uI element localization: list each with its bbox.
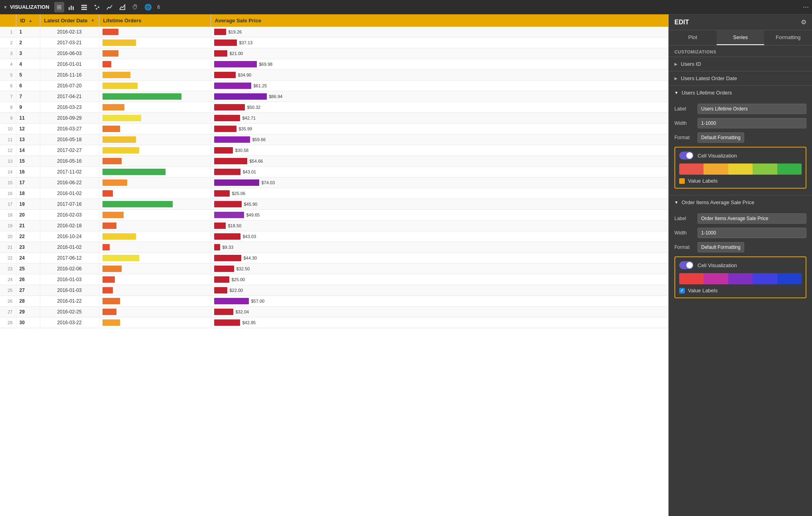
row-num-cell: 14 bbox=[0, 167, 16, 177]
table-row: 6 6 2016-07-20 $61.25 bbox=[0, 81, 668, 91]
avg-sale-price-cell-viz-box: Cell Visualization ✓ Value Labels bbox=[674, 256, 806, 298]
list-icon[interactable] bbox=[79, 2, 90, 12]
row-num-cell: 2 bbox=[0, 37, 16, 48]
avg-sale-price-value-labels-checkbox[interactable]: ✓ bbox=[679, 288, 685, 293]
date-cell: 2016-02-18 bbox=[40, 221, 99, 231]
date-cell: 2016-11-16 bbox=[40, 70, 99, 81]
avg-sale-price-toggle[interactable] bbox=[679, 261, 694, 269]
svg-rect-4 bbox=[81, 7, 87, 8]
avg-sale-price-color-bar[interactable] bbox=[679, 273, 802, 284]
more-options-icon[interactable]: ··· bbox=[803, 3, 809, 11]
avg-price-width-field-label: Width bbox=[674, 230, 694, 236]
accordion-content-lifetime-orders: Label Width Format Default Formatting bbox=[669, 100, 812, 195]
row-num-cell: 8 bbox=[0, 102, 16, 113]
lifetime-orders-value-labels-checkbox[interactable] bbox=[679, 178, 685, 184]
orders-bar-cell bbox=[99, 264, 211, 274]
date-cell: 2016-03-27 bbox=[40, 124, 99, 134]
chevron-right-icon: ▶ bbox=[674, 62, 678, 66]
avg-sale-price-cell-viz-label: Cell Visualization bbox=[698, 262, 737, 268]
table-row: 14 16 2017-11-02 $43.01 bbox=[0, 167, 668, 177]
table-row: 25 27 2016-01-03 $22.00 bbox=[0, 285, 668, 296]
tab-formatting[interactable]: Formatting bbox=[764, 30, 812, 45]
id-cell: 11 bbox=[16, 113, 40, 124]
orders-bar-cell bbox=[99, 124, 211, 134]
area-chart-icon[interactable] bbox=[117, 2, 128, 12]
lifetime-orders-format-select[interactable]: Default Formatting bbox=[698, 132, 744, 143]
orders-bar-cell bbox=[99, 81, 211, 91]
date-cell: 2016-01-03 bbox=[40, 274, 99, 285]
row-num-cell: 17 bbox=[0, 199, 16, 210]
orders-column-header[interactable]: Lifetime Orders bbox=[99, 14, 211, 27]
accordion-header-latest-order-date[interactable]: ▶ Users Latest Order Date bbox=[669, 71, 812, 85]
table-row: 12 14 2017-02-27 $30.58 bbox=[0, 145, 668, 156]
svg-rect-5 bbox=[81, 9, 87, 10]
svg-point-8 bbox=[96, 8, 97, 10]
row-num-cell: 1 bbox=[0, 27, 16, 37]
price-cell: $35.99 bbox=[211, 124, 668, 134]
scatter-icon[interactable] bbox=[91, 2, 102, 12]
table-row: 23 25 2016-02-06 $32.50 bbox=[0, 264, 668, 274]
avg-sale-price-label-input[interactable] bbox=[698, 213, 806, 224]
date-cell: 2016-01-22 bbox=[40, 296, 99, 307]
date-cell: 2017-11-02 bbox=[40, 167, 99, 177]
lifetime-orders-cell-viz-label: Cell Visualization bbox=[698, 153, 737, 159]
accordion-header-users-id[interactable]: ▶ Users ID bbox=[669, 57, 812, 71]
id-cell: 17 bbox=[16, 177, 40, 188]
id-cell: 12 bbox=[16, 124, 40, 134]
avg-sale-price-format-select[interactable]: Default Formatting bbox=[698, 242, 744, 252]
date-cell: 2016-03-23 bbox=[40, 102, 99, 113]
id-cell: 22 bbox=[16, 231, 40, 242]
id-cell: 1 bbox=[16, 27, 40, 37]
avg-sale-price-width-input[interactable] bbox=[698, 228, 806, 238]
orders-bar-cell bbox=[99, 188, 211, 199]
number-icon[interactable]: 6 bbox=[156, 2, 162, 12]
accordion-header-lifetime-orders[interactable]: ▼ Users Lifetime Orders bbox=[669, 86, 812, 100]
panel-header: EDIT ⚙ bbox=[669, 14, 812, 30]
orders-bar-cell bbox=[99, 156, 211, 167]
row-num-cell: 5 bbox=[0, 70, 16, 81]
bar-chart-icon[interactable] bbox=[66, 2, 77, 12]
row-num-cell: 9 bbox=[0, 113, 16, 124]
lifetime-orders-width-input[interactable] bbox=[698, 118, 806, 128]
id-column-header[interactable]: ID ▲ bbox=[16, 14, 40, 27]
avg-price-format-field-label: Format bbox=[674, 244, 694, 250]
clock-icon[interactable]: ⏱ bbox=[130, 2, 140, 12]
data-table-area[interactable]: ID ▲ Latest Order Date ▼ Lifetime Orders bbox=[0, 14, 668, 516]
row-num-cell: 15 bbox=[0, 177, 16, 188]
price-cell: $32.04 bbox=[211, 307, 668, 317]
id-cell: 28 bbox=[16, 296, 40, 307]
price-cell: $19.26 bbox=[211, 27, 668, 37]
lifetime-orders-toggle[interactable] bbox=[679, 152, 694, 160]
lifetime-orders-label-input[interactable] bbox=[698, 104, 806, 114]
id-cell: 5 bbox=[16, 70, 40, 81]
date-cell: 2017-03-21 bbox=[40, 37, 99, 48]
gear-icon[interactable]: ⚙ bbox=[801, 18, 806, 26]
toggle-knob bbox=[686, 152, 693, 159]
accordion-users-latest-order-date: ▶ Users Latest Order Date bbox=[669, 71, 812, 85]
price-cell: $57.00 bbox=[211, 296, 668, 307]
sort-arrow-icon: ▲ bbox=[29, 18, 33, 23]
date-cell: 2017-04-21 bbox=[40, 91, 99, 102]
orders-bar-cell bbox=[99, 145, 211, 156]
id-cell: 18 bbox=[16, 188, 40, 199]
date-cell: 2017-06-12 bbox=[40, 253, 99, 264]
orders-bar-cell bbox=[99, 27, 211, 37]
date-cell: 2016-03-22 bbox=[40, 317, 99, 328]
chevron-down-icon2: ▼ bbox=[674, 91, 678, 95]
table-row: 11 13 2016-05-18 $59.66 bbox=[0, 134, 668, 145]
id-cell: 23 bbox=[16, 242, 40, 253]
tab-series[interactable]: Series bbox=[717, 30, 765, 45]
line-chart-icon[interactable] bbox=[104, 2, 115, 12]
date-column-header[interactable]: Latest Order Date ▼ bbox=[40, 14, 99, 27]
grid-view-icon[interactable]: ⊞ bbox=[54, 2, 64, 12]
tab-plot[interactable]: Plot bbox=[669, 30, 717, 45]
globe-icon[interactable]: 🌐 bbox=[142, 2, 154, 12]
id-cell: 24 bbox=[16, 253, 40, 264]
svg-rect-2 bbox=[73, 6, 74, 10]
lifetime-orders-color-bar[interactable] bbox=[679, 163, 802, 175]
id-cell: 19 bbox=[16, 199, 40, 210]
price-column-header[interactable]: Average Sale Price bbox=[211, 14, 668, 27]
table-row: 9 11 2016-09-29 $42.71 bbox=[0, 113, 668, 124]
accordion-header-avg-sale-price[interactable]: ▼ Order Items Average Sale Price bbox=[669, 195, 812, 209]
orders-bar-cell bbox=[99, 134, 211, 145]
